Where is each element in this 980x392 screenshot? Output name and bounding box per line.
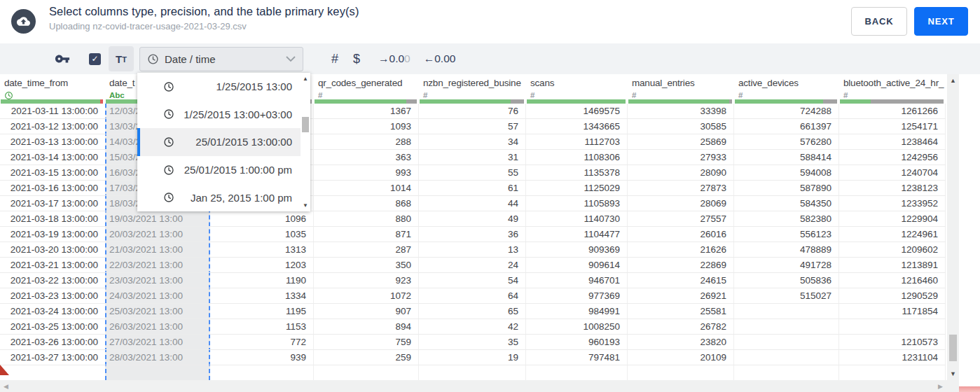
primary-key-icon[interactable] bbox=[55, 51, 70, 66]
table-cell[interactable]: 1224961 bbox=[839, 227, 946, 241]
table-cell[interactable]: 2021-03-11 13:00:00 bbox=[0, 104, 105, 118]
table-cell[interactable]: 588414 bbox=[734, 150, 839, 164]
table-cell[interactable]: 28/03/2021 13:00 bbox=[105, 350, 210, 365]
table-cell[interactable]: 1231104 bbox=[839, 350, 946, 365]
table-cell[interactable]: 993 bbox=[314, 165, 419, 180]
table-cell[interactable]: 23/03/2021 13:00 bbox=[105, 273, 210, 288]
table-cell[interactable]: 2021-03-21 13:00:00 bbox=[0, 258, 105, 272]
column-header-qr_codes_generated[interactable]: qr_codes_generated# bbox=[314, 74, 419, 104]
table-cell[interactable]: 515027 bbox=[734, 288, 839, 303]
table-cell[interactable]: 1343665 bbox=[526, 119, 628, 134]
table-cell[interactable]: 30585 bbox=[628, 119, 734, 134]
table-cell[interactable]: 2021-03-17 13:00:00 bbox=[0, 196, 105, 211]
table-cell[interactable]: 287 bbox=[314, 242, 419, 257]
date-format-select[interactable]: Date / time bbox=[139, 47, 303, 71]
table-cell[interactable]: 42 bbox=[419, 319, 526, 334]
table-cell[interactable]: 26016 bbox=[628, 227, 734, 241]
table-cell[interactable]: 2021-03-18 13:00:00 bbox=[0, 211, 105, 226]
table-cell[interactable]: 894 bbox=[314, 319, 419, 334]
table-cell[interactable]: 54 bbox=[419, 273, 526, 288]
table-cell[interactable]: 23820 bbox=[628, 335, 734, 349]
table-cell[interactable]: 1135378 bbox=[526, 165, 628, 180]
table-cell[interactable]: 2021-03-24 13:00:00 bbox=[0, 304, 105, 318]
table-cell[interactable]: 871 bbox=[314, 227, 419, 241]
table-cell[interactable]: 1195 bbox=[210, 304, 314, 318]
table-cell[interactable]: 31 bbox=[419, 150, 526, 164]
table-cell[interactable]: 1242956 bbox=[839, 150, 946, 164]
dropdown-scroll-thumb[interactable] bbox=[302, 117, 309, 132]
table-cell[interactable]: 49 bbox=[419, 211, 526, 226]
table-cell[interactable] bbox=[734, 365, 839, 380]
table-cell[interactable]: 21/03/2021 13:00 bbox=[105, 242, 210, 257]
table-cell[interactable]: 939 bbox=[210, 350, 314, 365]
table-cell[interactable]: 1112703 bbox=[526, 134, 628, 149]
table-cell[interactable]: 44 bbox=[419, 196, 526, 211]
table-cell[interactable] bbox=[419, 365, 526, 380]
column-header-scans[interactable]: scans# bbox=[526, 74, 628, 104]
table-cell[interactable]: 35 bbox=[419, 335, 526, 349]
table-cell[interactable]: 505836 bbox=[734, 273, 839, 288]
table-cell[interactable]: 1105893 bbox=[526, 196, 628, 211]
table-cell[interactable]: 1469575 bbox=[526, 104, 628, 118]
table-cell[interactable]: 288 bbox=[314, 134, 419, 149]
next-button[interactable]: NEXT bbox=[914, 7, 968, 36]
table-cell[interactable] bbox=[628, 365, 734, 380]
text-type-button[interactable]: TT bbox=[109, 46, 134, 71]
table-cell[interactable]: 61 bbox=[419, 181, 526, 195]
table-cell[interactable]: 20109 bbox=[628, 350, 734, 365]
table-cell[interactable]: 1093 bbox=[314, 119, 419, 134]
table-cell[interactable]: 1233952 bbox=[839, 196, 946, 211]
table-cell[interactable]: 909614 bbox=[526, 258, 628, 272]
table-cell[interactable]: 2021-03-13 13:00:00 bbox=[0, 134, 105, 149]
table-cell[interactable]: 1153 bbox=[210, 319, 314, 334]
table-cell[interactable] bbox=[734, 319, 839, 334]
scroll-down-icon[interactable]: ▼ bbox=[947, 370, 959, 377]
table-cell[interactable]: 661397 bbox=[734, 119, 839, 134]
table-cell[interactable]: 1190 bbox=[210, 273, 314, 288]
table-cell[interactable]: 2021-03-22 13:00:00 bbox=[0, 273, 105, 288]
table-cell[interactable]: 27557 bbox=[628, 211, 734, 226]
dropdown-scrollbar[interactable]: ▲ ▼ bbox=[301, 73, 310, 211]
table-cell[interactable]: 350 bbox=[314, 258, 419, 272]
table-cell[interactable] bbox=[314, 365, 419, 380]
table-cell[interactable]: 27873 bbox=[628, 181, 734, 195]
table-cell[interactable]: 2021-03-27 13:00:00 bbox=[0, 350, 105, 365]
table-cell[interactable]: 363 bbox=[314, 150, 419, 164]
table-cell[interactable]: 1140730 bbox=[526, 211, 628, 226]
table-cell[interactable]: 20/03/2021 13:00 bbox=[105, 227, 210, 241]
table-cell[interactable]: 25581 bbox=[628, 304, 734, 318]
table-cell[interactable] bbox=[210, 365, 314, 380]
table-cell[interactable]: 22/03/2021 13:00 bbox=[105, 258, 210, 272]
table-cell[interactable]: 923 bbox=[314, 273, 419, 288]
table-cell[interactable] bbox=[734, 350, 839, 365]
table-cell[interactable]: 1125029 bbox=[526, 181, 628, 195]
table-cell[interactable]: 259 bbox=[314, 350, 419, 365]
column-header-date_time_from[interactable]: date_time_from bbox=[0, 74, 105, 104]
format-option[interactable]: 25/01/2015 13:00:00 bbox=[137, 128, 301, 156]
table-cell[interactable]: 65 bbox=[419, 304, 526, 318]
table-cell[interactable]: 19/03/2021 13:00 bbox=[105, 211, 210, 226]
table-cell[interactable] bbox=[526, 365, 628, 380]
table-cell[interactable]: 34 bbox=[419, 134, 526, 149]
table-cell[interactable]: 1216460 bbox=[839, 273, 946, 288]
table-cell[interactable]: 880 bbox=[314, 211, 419, 226]
table-cell[interactable]: 27933 bbox=[628, 150, 734, 164]
table-cell[interactable]: 1313 bbox=[210, 242, 314, 257]
table-cell[interactable]: 1203 bbox=[210, 258, 314, 272]
format-option[interactable]: 25/01/2015 1:00:00 pm bbox=[137, 156, 301, 184]
table-cell[interactable]: 1238123 bbox=[839, 181, 946, 195]
table-cell[interactable]: 759 bbox=[314, 335, 419, 349]
table-cell[interactable]: 1261266 bbox=[839, 104, 946, 118]
format-option[interactable]: Jan 25, 2015 1:00 pm bbox=[137, 183, 301, 211]
table-cell[interactable]: 584350 bbox=[734, 196, 839, 211]
table-cell[interactable]: 1014 bbox=[314, 181, 419, 195]
table-cell[interactable]: 556123 bbox=[734, 227, 839, 241]
table-cell[interactable]: 478889 bbox=[734, 242, 839, 257]
table-cell[interactable]: 868 bbox=[314, 196, 419, 211]
table-cell[interactable]: 2021-03-20 13:00:00 bbox=[0, 242, 105, 257]
scroll-right-icon[interactable]: ▶ bbox=[938, 380, 943, 392]
format-option[interactable]: 1/25/2015 13:00+03:00 bbox=[137, 101, 301, 129]
column-header-bluetooth_active_24_hr_[interactable]: bluetooth_active_24_hr_# bbox=[839, 74, 946, 104]
table-cell[interactable]: 64 bbox=[419, 288, 526, 303]
table-cell[interactable]: 1210573 bbox=[839, 335, 946, 349]
